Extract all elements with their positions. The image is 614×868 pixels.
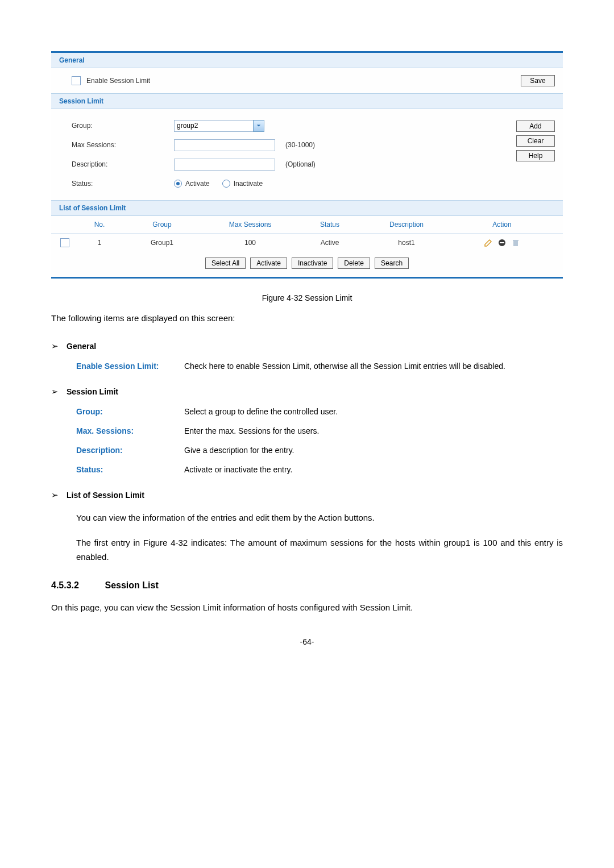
list-section-header: List of Session Limit xyxy=(51,200,563,216)
list-p2: The first entry in Figure 4-32 indicates… xyxy=(76,535,563,564)
enable-session-limit-checkbox[interactable] xyxy=(72,76,81,85)
session-limit-heading: Session Limit xyxy=(67,387,118,396)
delete-icon[interactable] xyxy=(511,238,520,247)
page-number: -64- xyxy=(51,637,563,646)
row-max: 100 xyxy=(205,239,296,247)
edit-icon[interactable] xyxy=(484,238,493,247)
col-action: Action xyxy=(449,221,555,229)
enable-session-limit-label: Enable Session Limit xyxy=(86,77,150,85)
table-header: No. Group Max Sessions Status Descriptio… xyxy=(51,216,563,234)
arrow-icon: ➢ xyxy=(51,387,59,397)
enable-term: Enable Session Limit: xyxy=(76,362,184,371)
session-limit-panel: General Enable Session Limit Save Sessio… xyxy=(51,51,563,279)
status-term: Status: xyxy=(76,465,184,474)
svg-rect-1 xyxy=(500,242,504,243)
max-term: Max. Sessions: xyxy=(76,426,184,435)
subheading: 4.5.3.2 Session List xyxy=(51,580,563,591)
group-label: Group: xyxy=(72,122,174,130)
chevron-down-icon[interactable] xyxy=(253,120,264,132)
desc-term: Description: xyxy=(76,446,184,455)
inactivate-button[interactable]: Inactivate xyxy=(292,258,333,269)
status-label: Status: xyxy=(72,180,174,188)
desc-desc: Give a description for the entry. xyxy=(184,446,563,455)
save-button[interactable]: Save xyxy=(521,75,555,86)
disable-icon[interactable] xyxy=(497,238,507,247)
row-no: 1 xyxy=(80,239,119,247)
col-max: Max Sessions xyxy=(205,221,296,229)
col-desc: Description xyxy=(364,221,449,229)
group-select-input[interactable] xyxy=(174,120,253,132)
description-label: Description: xyxy=(72,160,174,168)
status-inactivate-radio[interactable] xyxy=(222,180,230,188)
arrow-icon: ➢ xyxy=(51,490,59,500)
add-button[interactable]: Add xyxy=(516,121,555,132)
select-all-button[interactable]: Select All xyxy=(205,258,246,269)
clear-button[interactable]: Clear xyxy=(516,135,555,147)
general-section-header: General xyxy=(51,53,563,68)
status-activate-label: Activate xyxy=(185,180,210,188)
table-row: 1 Group1 100 Active host1 xyxy=(51,234,563,252)
sublist-p: On this page, you can view the Session L… xyxy=(51,601,563,614)
activate-button[interactable]: Activate xyxy=(250,258,287,269)
status-activate-radio[interactable] xyxy=(174,180,182,188)
subheading-title: Session List xyxy=(105,580,158,590)
session-limit-section-header: Session Limit xyxy=(51,93,563,109)
search-button[interactable]: Search xyxy=(375,258,409,269)
row-status: Active xyxy=(296,239,364,247)
status-inactivate-label: Inactivate xyxy=(234,180,263,188)
col-status: Status xyxy=(296,221,364,229)
subheading-num: 4.5.3.2 xyxy=(51,580,102,591)
max-sessions-label: Max Sessions: xyxy=(72,141,174,149)
row-checkbox[interactable] xyxy=(60,238,69,247)
row-desc: host1 xyxy=(364,239,449,247)
list-p1: You can view the information of the entr… xyxy=(76,510,563,525)
max-sessions-hint: (30-1000) xyxy=(285,141,315,149)
description-input[interactable] xyxy=(174,159,275,171)
col-no: No. xyxy=(80,221,119,229)
figure-caption: Figure 4-32 Session Limit xyxy=(51,293,563,302)
general-heading: General xyxy=(67,342,96,351)
description-hint: (Optional) xyxy=(285,160,316,168)
col-group: Group xyxy=(119,221,205,229)
row-group: Group1 xyxy=(119,239,205,247)
group-term: Group: xyxy=(76,407,184,416)
enable-desc: Check here to enable Session Limit, othe… xyxy=(184,362,563,371)
max-sessions-input[interactable] xyxy=(174,139,275,151)
group-select[interactable] xyxy=(174,120,264,132)
intro-text: The following items are displayed on thi… xyxy=(51,312,563,325)
arrow-icon: ➢ xyxy=(51,341,59,351)
help-button[interactable]: Help xyxy=(516,150,555,161)
group-desc: Select a group to define the controlled … xyxy=(184,407,563,416)
list-heading: List of Session Limit xyxy=(67,491,144,500)
max-desc: Enter the max. Sessions for the users. xyxy=(184,426,563,435)
delete-button[interactable]: Delete xyxy=(338,258,370,269)
status-desc: Activate or inactivate the entry. xyxy=(184,465,563,474)
